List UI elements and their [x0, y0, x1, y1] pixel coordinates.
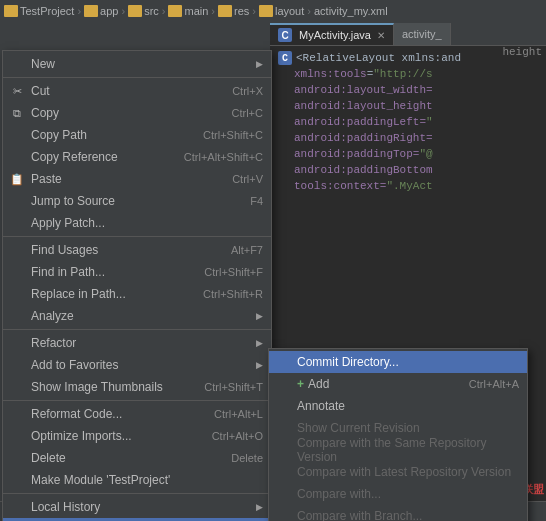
submenu-item-compare-with[interactable]: Compare with...	[269, 483, 527, 505]
menu-item-reformat-code-shortcut: Ctrl+Alt+L	[214, 408, 263, 420]
menu-item-make-module[interactable]: Make Module 'TestProject'	[3, 469, 271, 491]
submenu-compare-with-label: Compare with...	[297, 487, 519, 501]
menu-item-copy-reference[interactable]: Copy Reference Ctrl+Alt+Shift+C	[3, 146, 271, 168]
code-text-7: android:paddingTop="@	[278, 148, 433, 160]
menu-item-add-to-favorites-label: Add to Favorites	[31, 358, 256, 372]
context-menu: New ✂ Cut Ctrl+X ⧉ Copy Ctrl+C Copy Path…	[2, 50, 272, 521]
menu-item-copy-shortcut: Ctrl+C	[232, 107, 263, 119]
code-text-9: tools:context=".MyAct	[278, 180, 433, 192]
submenu-item-compare-same-repo[interactable]: Compare with the Same Repository Version	[269, 439, 527, 461]
menu-item-find-usages[interactable]: Find Usages Alt+F7	[3, 239, 271, 261]
menu-item-optimize-imports-label: Optimize Imports...	[31, 429, 192, 443]
code-text-6: android:paddingRight=	[278, 132, 433, 144]
menu-item-show-image-thumbnails-label: Show Image Thumbnails	[31, 380, 184, 394]
menu-sep-4	[3, 493, 271, 494]
paste-icon: 📋	[9, 171, 25, 187]
menu-item-replace-in-path[interactable]: Replace in Path... Ctrl+Shift+R	[3, 283, 271, 305]
menu-item-new-label: New	[31, 57, 256, 71]
menu-item-cut[interactable]: ✂ Cut Ctrl+X	[3, 80, 271, 102]
project-folder-icon	[4, 5, 18, 17]
menu-item-paste-shortcut: Ctrl+V	[232, 173, 263, 185]
code-text-8: android:paddingBottom	[278, 164, 433, 176]
breadcrumb-app[interactable]: app	[84, 5, 118, 17]
submenu-item-compare-with-branch[interactable]: Compare with Branch...	[269, 505, 527, 521]
code-text-2: xmlns:tools="http://s	[278, 68, 433, 80]
breadcrumb-layout[interactable]: layout	[259, 5, 304, 17]
menu-item-refactor[interactable]: Refactor	[3, 332, 271, 354]
menu-item-show-image-thumbnails[interactable]: Show Image Thumbnails Ctrl+Shift+T	[3, 376, 271, 398]
menu-item-delete-label: Delete	[31, 451, 211, 465]
menu-sep-2	[3, 329, 271, 330]
menu-item-copy-reference-shortcut: Ctrl+Alt+Shift+C	[184, 151, 263, 163]
menu-item-delete[interactable]: Delete Delete	[3, 447, 271, 469]
submenu-compare-with-branch-label: Compare with Branch...	[297, 509, 519, 521]
menu-item-new[interactable]: New	[3, 53, 271, 75]
project-panel: New ✂ Cut Ctrl+X ⧉ Copy Ctrl+C Copy Path…	[0, 22, 270, 521]
breadcrumb-sep-3: ›	[162, 5, 166, 17]
breadcrumb-src[interactable]: src	[128, 5, 159, 17]
code-line-9: tools:context=".MyAct	[270, 178, 546, 194]
breadcrumb-main[interactable]: main	[168, 5, 208, 17]
breadcrumb-sep-5: ›	[252, 5, 256, 17]
menu-item-paste[interactable]: 📋 Paste Ctrl+V	[3, 168, 271, 190]
menu-item-copy-label: Copy	[31, 106, 212, 120]
menu-item-analyze[interactable]: Analyze	[3, 305, 271, 327]
menu-item-local-history-label: Local History	[31, 500, 256, 514]
menu-item-optimize-imports[interactable]: Optimize Imports... Ctrl+Alt+O	[3, 425, 271, 447]
menu-item-copy[interactable]: ⧉ Copy Ctrl+C	[3, 102, 271, 124]
code-line-6: android:paddingRight=	[270, 130, 546, 146]
menu-item-copy-path[interactable]: Copy Path Ctrl+Shift+C	[3, 124, 271, 146]
java-file-icon: C	[278, 28, 292, 42]
breadcrumb-res-label: res	[234, 5, 249, 17]
breadcrumb-sep-2: ›	[121, 5, 125, 17]
menu-item-find-in-path-shortcut: Ctrl+Shift+F	[204, 266, 263, 278]
menu-item-refactor-label: Refactor	[31, 336, 256, 350]
menu-item-copy-path-shortcut: Ctrl+Shift+C	[203, 129, 263, 141]
menu-item-reformat-code-label: Reformat Code...	[31, 407, 194, 421]
breadcrumb-xml-label: activity_my.xml	[314, 5, 388, 17]
submenu-item-compare-latest-repo[interactable]: Compare with Latest Repository Version	[269, 461, 527, 483]
breadcrumb-src-label: src	[144, 5, 159, 17]
code-line-5: android:paddingLeft="	[270, 114, 546, 130]
menu-item-cut-shortcut: Ctrl+X	[232, 85, 263, 97]
menu-sep-3	[3, 400, 271, 401]
menu-item-copy-reference-label: Copy Reference	[31, 150, 164, 164]
cut-icon: ✂	[9, 83, 25, 99]
menu-item-optimize-imports-shortcut: Ctrl+Alt+O	[212, 430, 263, 442]
menu-item-cut-label: Cut	[31, 84, 212, 98]
close-tab-icon[interactable]: ✕	[377, 30, 385, 41]
breadcrumb-res[interactable]: res	[218, 5, 249, 17]
src-folder-icon	[128, 5, 142, 17]
menu-item-make-module-label: Make Module 'TestProject'	[31, 473, 263, 487]
breadcrumb-sep-1: ›	[77, 5, 81, 17]
submenu-add-label: Add	[308, 377, 449, 391]
top-breadcrumb-bar: TestProject › app › src › main › res › l…	[0, 0, 546, 22]
code-text-5: android:paddingLeft="	[278, 116, 433, 128]
submenu-item-add[interactable]: + Add Ctrl+Alt+A	[269, 373, 527, 395]
menu-item-apply-patch[interactable]: Apply Patch...	[3, 212, 271, 234]
breadcrumb-xml[interactable]: activity_my.xml	[314, 5, 388, 17]
copy-icon: ⧉	[9, 105, 25, 121]
submenu-item-commit-directory[interactable]: Commit Directory...	[269, 351, 527, 373]
menu-item-local-history[interactable]: Local History	[3, 496, 271, 518]
menu-item-find-in-path[interactable]: Find in Path... Ctrl+Shift+F	[3, 261, 271, 283]
breadcrumb-app-label: app	[100, 5, 118, 17]
main-folder-icon	[168, 5, 182, 17]
menu-sep-0	[3, 77, 271, 78]
breadcrumb-sep-6: ›	[307, 5, 311, 17]
submenu-item-annotate[interactable]: Annotate	[269, 395, 527, 417]
menu-item-reformat-code[interactable]: Reformat Code... Ctrl+Alt+L	[3, 403, 271, 425]
relative-layout-icon: C	[278, 51, 292, 65]
menu-item-add-to-favorites[interactable]: Add to Favorites	[3, 354, 271, 376]
menu-item-jump-to-source[interactable]: Jump to Source F4	[3, 190, 271, 212]
height-label: height	[502, 46, 542, 58]
code-text-3: android:layout_width=	[278, 84, 433, 96]
layout-folder-icon	[259, 5, 273, 17]
res-folder-icon	[218, 5, 232, 17]
tab-myactivity[interactable]: C MyActivity.java ✕	[270, 23, 394, 45]
breadcrumb-project[interactable]: TestProject	[4, 5, 74, 17]
code-text-1: <RelativeLayout xmlns:and	[296, 52, 461, 64]
menu-item-apply-patch-label: Apply Patch...	[31, 216, 263, 230]
tab-activity[interactable]: activity_	[394, 23, 451, 45]
git-submenu: Commit Directory... + Add Ctrl+Alt+A Ann…	[268, 348, 528, 521]
